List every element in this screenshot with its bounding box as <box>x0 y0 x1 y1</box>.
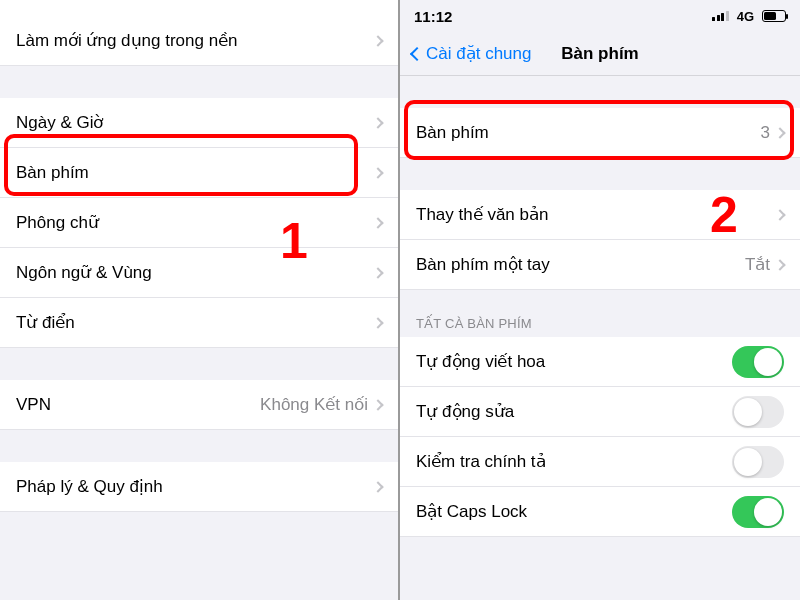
spacer <box>0 66 398 98</box>
label: Kiểm tra chính tả <box>416 451 732 472</box>
row-date-time[interactable]: Ngày & Giờ <box>0 98 398 148</box>
spacer <box>400 76 800 108</box>
label: Bàn phím <box>416 123 761 143</box>
network-label: 4G <box>737 9 754 24</box>
row-one-handed[interactable]: Bàn phím một tay Tắt <box>400 240 800 290</box>
row-font[interactable]: Phông chữ <box>0 198 398 248</box>
chevron-right-icon <box>372 399 383 410</box>
phone-right: 11:12 4G Cài đặt chung Bàn phím Bàn phím… <box>400 0 800 600</box>
chevron-right-icon <box>372 167 383 178</box>
row-app-refresh[interactable]: Làm mới ứng dụng trong nền <box>0 16 398 66</box>
value: 3 <box>761 123 770 143</box>
row-spell-check: Kiểm tra chính tả <box>400 437 800 487</box>
switch-caps-lock[interactable] <box>732 496 784 528</box>
chevron-right-icon <box>774 209 785 220</box>
row-keyboard[interactable]: Bàn phím <box>0 148 398 198</box>
phone-left: Làm mới ứng dụng trong nền Ngày & Giờ Bà… <box>0 0 400 600</box>
row-auto-cap: Tự động viết hoa <box>400 337 800 387</box>
chevron-left-icon <box>410 46 424 60</box>
label: Tự động sửa <box>416 401 732 422</box>
signal-icon <box>712 11 729 21</box>
spacer <box>400 158 800 190</box>
label: Bàn phím <box>16 163 374 183</box>
row-language-region[interactable]: Ngôn ngữ & Vùng <box>0 248 398 298</box>
back-label: Cài đặt chung <box>426 43 531 64</box>
row-legal[interactable]: Pháp lý & Quy định <box>0 462 398 512</box>
label: VPN <box>16 395 260 415</box>
spacer <box>0 348 398 380</box>
label: Ngôn ngữ & Vùng <box>16 262 374 283</box>
nav-title: Bàn phím <box>561 44 638 64</box>
chevron-right-icon <box>372 481 383 492</box>
label: Phông chữ <box>16 212 374 233</box>
row-auto-correct: Tự động sửa <box>400 387 800 437</box>
label: Ngày & Giờ <box>16 112 374 133</box>
value: Tắt <box>745 254 770 275</box>
label: Bàn phím một tay <box>416 254 745 275</box>
switch-spell-check[interactable] <box>732 446 784 478</box>
label: Thay thế văn bản <box>416 204 776 225</box>
chevron-right-icon <box>372 217 383 228</box>
back-button[interactable]: Cài đặt chung <box>408 43 531 64</box>
chevron-right-icon <box>372 317 383 328</box>
battery-icon <box>762 10 786 22</box>
status-bar: 11:12 4G <box>400 0 800 32</box>
row-keyboards[interactable]: Bàn phím 3 <box>400 108 800 158</box>
switch-auto-cap[interactable] <box>732 346 784 378</box>
chevron-right-icon <box>774 127 785 138</box>
section-all-keyboards: TẤT CÀ BÀN PHÍM <box>400 308 800 337</box>
label: Từ điển <box>16 312 374 333</box>
switch-auto-correct[interactable] <box>732 396 784 428</box>
chevron-right-icon <box>372 267 383 278</box>
spacer <box>400 290 800 308</box>
nav-bar: Cài đặt chung Bàn phím <box>400 32 800 76</box>
value: Không Kết nối <box>260 394 368 415</box>
row-vpn[interactable]: VPN Không Kết nối <box>0 380 398 430</box>
spacer <box>0 430 398 462</box>
label: Làm mới ứng dụng trong nền <box>16 30 374 51</box>
row-dictionary[interactable]: Từ điển <box>0 298 398 348</box>
chevron-right-icon <box>372 35 383 46</box>
chevron-right-icon <box>774 259 785 270</box>
row-cutoff <box>0 0 398 16</box>
label: Tự động viết hoa <box>416 351 732 372</box>
label: Pháp lý & Quy định <box>16 476 374 497</box>
chevron-right-icon <box>372 117 383 128</box>
row-caps-lock: Bật Caps Lock <box>400 487 800 537</box>
status-time: 11:12 <box>414 8 712 25</box>
label: Bật Caps Lock <box>416 501 732 522</box>
row-text-replacement[interactable]: Thay thế văn bản <box>400 190 800 240</box>
